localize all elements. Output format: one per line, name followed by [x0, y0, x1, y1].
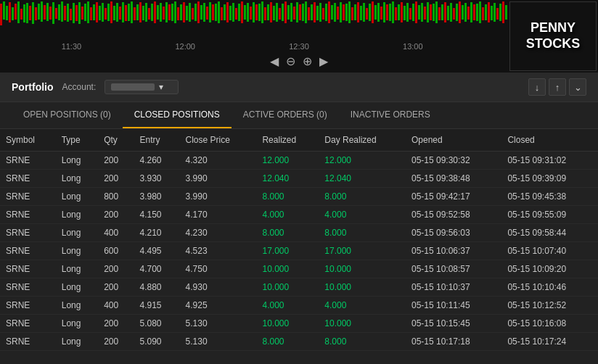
chart-zoom-out-button[interactable]: ⊖	[286, 54, 295, 68]
svg-rect-40	[116, 3, 118, 22]
cell-2: 200	[98, 170, 134, 188]
chart-back-button[interactable]: ◀	[270, 54, 279, 68]
svg-rect-93	[270, 2, 272, 22]
svg-rect-62	[180, 4, 182, 20]
svg-rect-152	[441, 4, 443, 20]
svg-rect-65	[189, 3, 191, 22]
svg-rect-100	[290, 3, 292, 22]
svg-rect-99	[287, 5, 290, 20]
svg-rect-142	[412, 4, 414, 21]
svg-rect-23	[67, 4, 69, 22]
svg-rect-137	[398, 4, 400, 20]
table-row: SRNELong2004.2604.32012.00012.00005-15 0…	[0, 152, 598, 170]
cell-2: 400	[98, 224, 134, 242]
sort-up-button[interactable]: ↑	[549, 78, 566, 96]
svg-rect-74	[215, 4, 217, 21]
svg-rect-52	[151, 4, 153, 21]
svg-rect-171	[496, 8, 499, 20]
svg-rect-169	[491, 6, 493, 20]
tab-closed-positions[interactable]: CLOSED POSITIONS	[123, 102, 232, 128]
chart-forward-button[interactable]: ▶	[319, 54, 328, 68]
svg-rect-43	[125, 5, 127, 21]
svg-rect-154	[447, 6, 449, 20]
sort-down-button[interactable]: ↓	[528, 78, 546, 96]
cell-2: 200	[98, 206, 134, 224]
cell-5: 10.000	[256, 260, 319, 278]
svg-rect-173	[502, 1, 504, 23]
cell-1: Long	[56, 315, 98, 333]
tabs: OPEN POSITIONS (0) CLOSED POSITIONS ACTI…	[0, 102, 598, 129]
cell-3: 4.150	[134, 206, 180, 224]
tab-active-orders[interactable]: ACTIVE ORDERS (0)	[232, 102, 339, 128]
portfolio-section: Portfolio Account: ▾ ↓ ↑ ⌄ OPEN POSITION…	[0, 73, 598, 364]
svg-rect-122	[354, 4, 356, 20]
svg-rect-157	[456, 4, 458, 21]
svg-rect-166	[482, 7, 484, 20]
svg-rect-75	[218, 1, 220, 23]
svg-rect-120	[348, 1, 351, 23]
cell-4: 4.750	[180, 260, 257, 278]
svg-rect-37	[107, 4, 110, 21]
svg-rect-18	[52, 2, 54, 24]
tab-open-positions[interactable]: OPEN POSITIONS (0)	[12, 102, 123, 128]
svg-rect-104	[302, 4, 304, 21]
cell-4: 4.170	[180, 206, 257, 224]
svg-rect-79	[229, 6, 232, 20]
svg-rect-150	[435, 1, 438, 23]
svg-rect-141	[409, 8, 411, 20]
cell-1: Long	[56, 278, 98, 297]
svg-rect-172	[499, 4, 501, 21]
svg-rect-138	[401, 2, 403, 22]
cell-0: SRNE	[0, 152, 56, 170]
svg-rect-33	[96, 2, 98, 22]
svg-rect-155	[450, 3, 452, 22]
cell-2: 600	[98, 242, 134, 260]
svg-rect-66	[192, 8, 194, 20]
chart-zoom-in-button[interactable]: ⊕	[303, 54, 312, 68]
svg-rect-140	[406, 3, 409, 22]
svg-rect-49	[142, 6, 144, 20]
svg-rect-158	[459, 1, 461, 23]
cell-1: Long	[56, 188, 98, 206]
svg-rect-146	[424, 7, 426, 20]
cell-4: 4.925	[180, 297, 257, 315]
col-entry: Entry	[134, 129, 180, 152]
cell-3: 3.930	[134, 170, 180, 188]
cell-8: 05-15 10:12:52	[501, 297, 598, 315]
chart-controls: ◀ ⊖ ⊕ ▶	[270, 54, 328, 68]
svg-rect-92	[267, 4, 269, 20]
col-close-price: Close Price	[180, 129, 257, 152]
cell-2: 800	[98, 188, 134, 206]
svg-rect-78	[226, 2, 229, 22]
cell-0: SRNE	[0, 315, 56, 333]
cell-8: 05-15 09:58:44	[501, 224, 598, 242]
svg-rect-133	[386, 4, 388, 20]
cell-4: 4.230	[180, 224, 257, 242]
col-symbol: Symbol	[0, 129, 56, 152]
cell-4: 4.930	[180, 278, 257, 297]
svg-rect-45	[131, 1, 133, 23]
svg-rect-67	[194, 4, 197, 21]
cell-2: 200	[98, 152, 134, 170]
svg-rect-44	[128, 4, 130, 21]
svg-rect-80	[232, 3, 234, 22]
svg-rect-77	[224, 4, 226, 20]
svg-rect-129	[374, 5, 377, 20]
cell-5: 4.000	[256, 206, 319, 224]
cell-0: SRNE	[0, 224, 56, 242]
cell-8: 05-15 10:17:24	[501, 333, 598, 351]
table-row: SRNELong4004.9154.9254.0004.00005-15 10:…	[0, 297, 598, 315]
cell-4: 4.320	[180, 152, 257, 170]
svg-rect-144	[418, 5, 420, 20]
tab-inactive-orders[interactable]: INACTIVE ORDERS	[339, 102, 442, 128]
account-dropdown[interactable]: ▾	[105, 80, 179, 94]
svg-rect-76	[221, 7, 223, 20]
svg-rect-89	[258, 4, 261, 21]
svg-rect-26	[75, 5, 78, 21]
sort-expand-button[interactable]: ⌄	[569, 78, 586, 96]
cell-6: 4.000	[319, 297, 406, 315]
cell-3: 4.210	[134, 224, 180, 242]
cell-3: 3.980	[134, 188, 180, 206]
svg-rect-84	[244, 5, 246, 20]
col-opened: Opened	[406, 129, 501, 152]
